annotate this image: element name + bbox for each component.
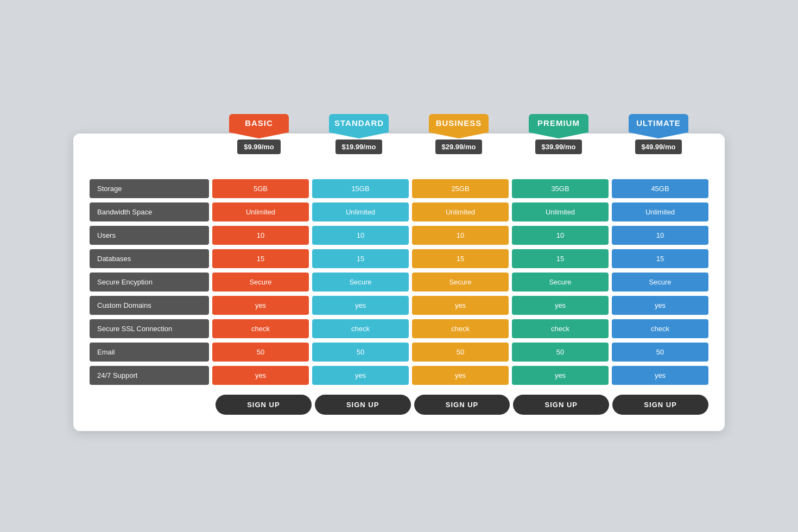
cell-3-3: 15 xyxy=(512,249,609,268)
plan-price-standard: $19.99/mo xyxy=(335,140,383,154)
cell-0-4: 45GB xyxy=(612,179,708,198)
cell-4-0: Secure xyxy=(212,273,309,292)
cell-1-1: Unlimited xyxy=(312,202,409,221)
signup-button-business[interactable]: SIGN UP xyxy=(414,395,510,415)
cell-6-0: check xyxy=(212,319,309,338)
signup-row: SIGN UPSIGN UPSIGN UPSIGN UPSIGN UP xyxy=(212,395,708,415)
cell-7-2: 50 xyxy=(412,343,509,362)
cell-7-0: 50 xyxy=(212,343,309,362)
cell-3-0: 15 xyxy=(212,249,309,268)
plan-header-ultimate: ULTIMATE$49.99/mo xyxy=(609,114,708,154)
signup-button-premium[interactable]: SIGN UP xyxy=(513,395,609,415)
plan-badge-business: BUSINESS xyxy=(429,114,489,138)
table-row: Users1010101010 xyxy=(90,226,708,245)
plan-price-business: $29.99/mo xyxy=(435,140,483,154)
cell-1-3: Unlimited xyxy=(512,202,609,221)
plan-header-standard: STANDARD$19.99/mo xyxy=(309,114,409,154)
table-row: 24/7 Supportyesyesyesyesyes xyxy=(90,366,708,385)
cell-3-2: 15 xyxy=(412,249,509,268)
cell-1-0: Unlimited xyxy=(212,202,309,221)
cell-2-4: 10 xyxy=(612,226,708,245)
signup-button-ultimate[interactable]: SIGN UP xyxy=(612,395,708,415)
cell-2-3: 10 xyxy=(512,226,609,245)
cell-8-1: yes xyxy=(312,366,409,385)
table-row: Custom Domainsyesyesyesyesyes xyxy=(90,296,708,315)
row-cells-5: yesyesyesyesyes xyxy=(209,296,708,315)
row-cells-2: 1010101010 xyxy=(209,226,708,245)
plan-badge-ultimate: ULTIMATE xyxy=(629,114,688,138)
plan-price-basic: $9.99/mo xyxy=(237,140,281,154)
row-label-1: Bandwidth Space xyxy=(90,202,209,221)
plans-header: BASIC$9.99/moSTANDARD$19.99/moBUSINESS$2… xyxy=(209,134,708,174)
cell-6-1: check xyxy=(312,319,409,338)
pricing-table: BASIC$9.99/moSTANDARD$19.99/moBUSINESS$2… xyxy=(73,134,725,431)
cell-5-3: yes xyxy=(512,296,609,315)
row-cells-6: checkcheckcheckcheckcheck xyxy=(209,319,708,338)
cell-1-4: Unlimited xyxy=(612,202,708,221)
cell-1-2: Unlimited xyxy=(412,202,509,221)
plan-price-ultimate: $49.99/mo xyxy=(635,140,682,154)
row-cells-7: 5050505050 xyxy=(209,343,708,362)
cell-8-2: yes xyxy=(412,366,509,385)
cell-6-4: check xyxy=(612,319,708,338)
cell-6-3: check xyxy=(512,319,609,338)
table-row: Storage5GB15GB25GB35GB45GB xyxy=(90,179,708,198)
cell-8-4: yes xyxy=(612,366,708,385)
row-cells-1: UnlimitedUnlimitedUnlimitedUnlimitedUnli… xyxy=(209,202,708,221)
row-cells-4: SecureSecureSecureSecureSecure xyxy=(209,273,708,292)
plan-header-basic: BASIC$9.99/mo xyxy=(209,114,309,154)
cell-0-0: 5GB xyxy=(212,179,309,198)
row-label-0: Storage xyxy=(90,179,209,198)
table-row: Secure EncyptionSecureSecureSecureSecure… xyxy=(90,273,708,292)
row-label-6: Secure SSL Connection xyxy=(90,319,209,338)
cell-4-2: Secure xyxy=(412,273,509,292)
plan-header-business: BUSINESS$29.99/mo xyxy=(409,114,509,154)
row-label-5: Custom Domains xyxy=(90,296,209,315)
cell-5-2: yes xyxy=(412,296,509,315)
cell-4-3: Secure xyxy=(512,273,609,292)
cell-0-1: 15GB xyxy=(312,179,409,198)
cell-5-4: yes xyxy=(612,296,708,315)
table-row: Secure SSL Connectioncheckcheckcheckchec… xyxy=(90,319,708,338)
plan-badge-standard: STANDARD xyxy=(329,114,389,138)
plan-badge-basic: BASIC xyxy=(229,114,289,138)
plan-badge-premium: PREMIUM xyxy=(529,114,588,138)
cell-0-3: 35GB xyxy=(512,179,609,198)
row-label-3: Databases xyxy=(90,249,209,268)
cell-7-1: 50 xyxy=(312,343,409,362)
table-row: Bandwidth SpaceUnlimitedUnlimitedUnlimit… xyxy=(90,202,708,221)
cell-2-2: 10 xyxy=(412,226,509,245)
row-label-8: 24/7 Support xyxy=(90,366,209,385)
cell-2-1: 10 xyxy=(312,226,409,245)
cell-3-4: 15 xyxy=(612,249,708,268)
cell-7-3: 50 xyxy=(512,343,609,362)
row-label-7: Email xyxy=(90,343,209,362)
cell-2-0: 10 xyxy=(212,226,309,245)
table-body: Storage5GB15GB25GB35GB45GBBandwidth Spac… xyxy=(90,179,708,385)
table-row: Email5050505050 xyxy=(90,343,708,362)
cell-5-0: yes xyxy=(212,296,309,315)
row-cells-8: yesyesyesyesyes xyxy=(209,366,708,385)
cell-4-4: Secure xyxy=(612,273,708,292)
signup-button-standard[interactable]: SIGN UP xyxy=(315,395,411,415)
row-cells-0: 5GB15GB25GB35GB45GB xyxy=(209,179,708,198)
cell-8-0: yes xyxy=(212,366,309,385)
cell-4-1: Secure xyxy=(312,273,409,292)
table-row: Databases1515151515 xyxy=(90,249,708,268)
cell-5-1: yes xyxy=(312,296,409,315)
row-label-2: Users xyxy=(90,226,209,245)
cell-0-2: 25GB xyxy=(412,179,509,198)
row-label-4: Secure Encyption xyxy=(90,273,209,292)
cell-7-4: 50 xyxy=(612,343,708,362)
row-cells-3: 1515151515 xyxy=(209,249,708,268)
plan-header-premium: PREMIUM$39.99/mo xyxy=(509,114,609,154)
cell-3-1: 15 xyxy=(312,249,409,268)
signup-button-basic[interactable]: SIGN UP xyxy=(216,395,312,415)
plan-price-premium: $39.99/mo xyxy=(535,140,582,154)
cell-8-3: yes xyxy=(512,366,609,385)
cell-6-2: check xyxy=(412,319,509,338)
